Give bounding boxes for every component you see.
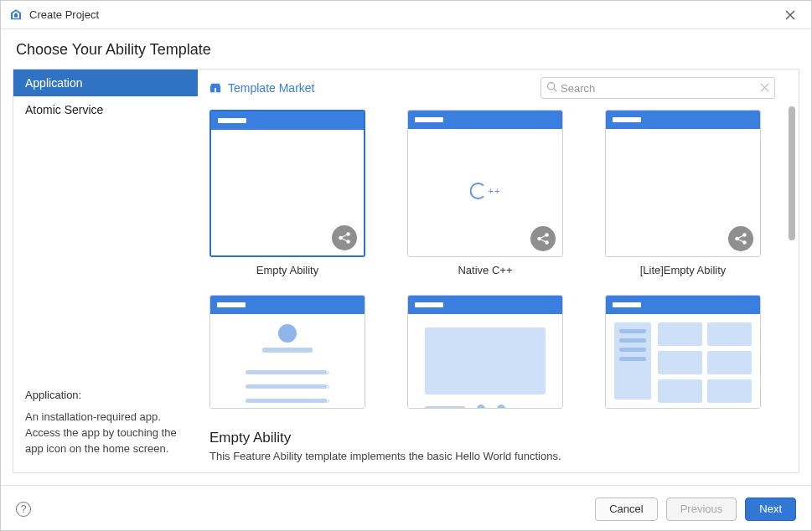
sidebar-description: Application: An installation-required ap…: [13, 379, 198, 472]
search-icon: [546, 81, 557, 95]
template-label: Native C++: [458, 264, 512, 276]
cancel-button[interactable]: Cancel: [595, 497, 657, 521]
share-badge-icon: [332, 225, 357, 250]
template-card-dashboard[interactable]: [605, 295, 761, 409]
svg-point-13: [742, 240, 747, 245]
detail-description: This Feature Ability template implements…: [209, 450, 789, 462]
sidebar-item-label: Application: [25, 76, 83, 90]
app-logo-icon: [9, 8, 23, 22]
svg-point-6: [346, 232, 350, 236]
template-label: Empty Ability: [256, 264, 318, 276]
svg-point-11: [735, 237, 739, 241]
share-badge-icon: [728, 226, 753, 251]
help-icon[interactable]: ?: [16, 502, 31, 517]
sidebar: Application Atomic Service Application: …: [13, 70, 198, 472]
template-market-label: Template Market: [228, 81, 314, 95]
svg-point-10: [545, 240, 549, 245]
detail-title: Empty Ability: [209, 430, 789, 446]
clear-icon[interactable]: [760, 81, 769, 95]
footer: ? Cancel Previous Next: [1, 485, 811, 531]
sidebar-desc-title: Application:: [25, 389, 186, 401]
template-label: [Lite]Empty Ability: [640, 264, 727, 276]
template-gallery: Empty Ability ++ Nat: [209, 106, 799, 409]
svg-rect-1: [211, 84, 220, 87]
sidebar-desc-text: An installation-required app. Access the…: [25, 410, 186, 457]
sidebar-item-label: Atomic Service: [25, 103, 103, 116]
svg-point-12: [742, 233, 747, 237]
sidebar-item-application[interactable]: Application: [13, 70, 198, 96]
template-card-about[interactable]: › › ›: [209, 295, 365, 409]
content: Choose Your Ability Template Application…: [1, 29, 811, 485]
template-detail: Empty Ability This Feature Ability templ…: [209, 423, 799, 472]
main: Template Market: [198, 70, 799, 472]
share-badge-icon: [530, 226, 556, 251]
template-card-native-cpp[interactable]: ++ Native C++: [407, 110, 563, 276]
titlebar: Create Project: [1, 1, 811, 29]
svg-rect-2: [215, 88, 216, 92]
template-market-link[interactable]: Template Market: [209, 81, 314, 95]
svg-point-7: [346, 240, 350, 244]
template-card-empty-ability[interactable]: Empty Ability: [209, 110, 365, 276]
store-icon: [209, 82, 221, 94]
body: Application Atomic Service Application: …: [13, 69, 799, 473]
sidebar-item-atomic-service[interactable]: Atomic Service: [13, 96, 198, 123]
svg-point-5: [339, 236, 343, 240]
page-title: Choose Your Ability Template: [13, 41, 799, 59]
template-card-lite-empty-ability[interactable]: [Lite]Empty Ability: [605, 110, 761, 276]
template-card-category[interactable]: [407, 295, 563, 409]
search-box[interactable]: [540, 77, 775, 99]
main-header: Template Market: [209, 70, 799, 106]
gallery-wrap: Empty Ability ++ Nat: [209, 106, 799, 423]
window-title: Create Project: [29, 8, 778, 21]
svg-line-4: [554, 89, 556, 91]
svg-point-3: [548, 83, 555, 90]
scrollbar[interactable]: [789, 106, 795, 240]
svg-point-9: [545, 233, 549, 237]
close-button[interactable]: [778, 3, 803, 28]
next-button[interactable]: Next: [745, 497, 796, 521]
svg-point-8: [537, 237, 541, 241]
previous-button[interactable]: Previous: [666, 497, 737, 521]
sidebar-list: Application Atomic Service: [13, 70, 198, 379]
search-input[interactable]: [561, 82, 760, 95]
